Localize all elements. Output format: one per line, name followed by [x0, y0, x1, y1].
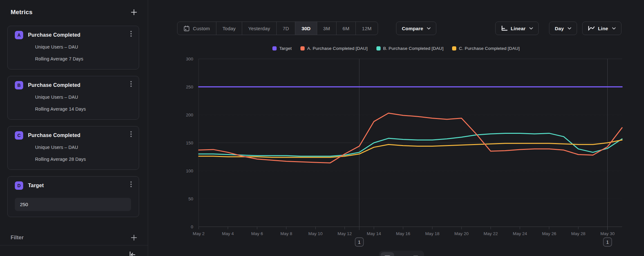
x-axis-tick-label: May 18	[425, 231, 439, 236]
line-chart[interactable]: 050100150200250300May 2May 4May 6May 8Ma…	[148, 0, 644, 256]
metric-title[interactable]: Purchase Completed	[28, 82, 80, 88]
x-axis-tick-label: May 28	[571, 231, 585, 236]
metric-badge-d: D	[15, 181, 23, 190]
kebab-menu-icon[interactable]	[130, 133, 132, 135]
x-axis-tick-label: May 20	[454, 231, 469, 236]
filter-section: Filter	[7, 233, 139, 242]
sidebar-title: Metrics	[11, 9, 33, 16]
kebab-menu-icon[interactable]	[130, 184, 132, 185]
y-axis-tick-label: 150	[186, 141, 193, 145]
filter-title: Filter	[11, 235, 24, 241]
x-axis-tick-label: May 16	[396, 231, 410, 236]
metric-card-rows: Unique Users – DAU Rolling Average 14 Da…	[35, 95, 131, 112]
x-axis-tick-label: May 6	[251, 231, 263, 236]
x-axis-tick-label: May 10	[308, 231, 323, 236]
metric-badge-c: C	[15, 131, 23, 140]
add-filter-icon[interactable]	[131, 235, 137, 241]
metric-card-c[interactable]: C Purchase Completed Unique Users – DAU …	[7, 126, 139, 170]
metric-transform[interactable]: Rolling Average 14 Days	[35, 106, 131, 112]
target-card-head: D Target	[15, 181, 131, 190]
annotation-count: 1	[606, 239, 609, 245]
card-view-button[interactable]	[409, 252, 422, 256]
metric-card-rows: Unique Users – DAU Rolling Average 7 Day…	[35, 44, 131, 61]
y-axis-tick-label: 100	[186, 169, 193, 173]
y-axis-tick-label: 200	[186, 113, 193, 117]
table-view-button[interactable]	[395, 252, 408, 256]
metric-card-head: C Purchase Completed	[15, 131, 131, 140]
chart-view-button[interactable]	[381, 252, 394, 256]
metric-card-a[interactable]: A Purchase Completed Unique Users – DAU …	[7, 26, 139, 69]
kebab-menu-icon[interactable]	[130, 33, 132, 34]
metric-card-rows: Unique Users – DAU Rolling Average 28 Da…	[35, 145, 131, 162]
metric-card-head: A Purchase Completed	[15, 31, 131, 39]
metric-measure[interactable]: Unique Users – DAU	[35, 95, 131, 100]
y-axis-tick-label: 0	[191, 224, 193, 229]
view-toggle-group	[379, 251, 424, 256]
x-axis-tick-label: May 2	[193, 231, 205, 236]
sidebar-divider	[0, 245, 148, 245]
series-line-b	[199, 133, 622, 156]
x-axis-tick-label: May 30	[601, 231, 615, 236]
target-value-input[interactable]	[15, 198, 131, 211]
add-metric-icon[interactable]	[131, 9, 137, 15]
y-axis-tick-label: 250	[186, 85, 193, 89]
x-axis-tick-label: May 24	[513, 231, 527, 236]
x-axis-tick-label: May 12	[337, 231, 352, 236]
metrics-sidebar: Metrics A Purchase Completed Unique User…	[0, 0, 148, 256]
y-axis-tick-label: 50	[188, 197, 193, 201]
x-axis-tick-label: May 14	[367, 231, 381, 236]
x-axis-tick-label: May 4	[222, 231, 234, 236]
metric-measure[interactable]: Unique Users – DAU	[35, 44, 131, 50]
y-axis-tick-label: 300	[186, 57, 193, 61]
metric-badge-a: A	[15, 31, 23, 39]
x-axis-tick-label: May 26	[542, 231, 556, 236]
kebab-menu-icon[interactable]	[130, 83, 132, 85]
series-line-c	[199, 140, 622, 157]
target-title: Target	[28, 183, 44, 188]
target-card[interactable]: D Target	[7, 176, 139, 217]
metric-title[interactable]: Purchase Completed	[28, 32, 80, 38]
metric-transform[interactable]: Rolling Average 7 Days	[35, 56, 131, 61]
metric-measure[interactable]: Unique Users – DAU	[35, 145, 131, 150]
metric-badge-b: B	[15, 81, 23, 89]
collapse-sidebar-icon[interactable]	[128, 251, 136, 256]
metric-card-head: B Purchase Completed	[15, 81, 131, 89]
metric-transform[interactable]: Rolling Average 28 Days	[35, 157, 131, 162]
sidebar-header: Metrics	[7, 8, 139, 17]
x-axis-tick-label: May 8	[280, 231, 292, 236]
metric-title[interactable]: Purchase Completed	[28, 133, 80, 138]
x-axis-tick-label: May 22	[484, 231, 498, 236]
annotation-count: 1	[358, 239, 361, 245]
metric-card-b[interactable]: B Purchase Completed Unique Users – DAU …	[7, 76, 139, 120]
